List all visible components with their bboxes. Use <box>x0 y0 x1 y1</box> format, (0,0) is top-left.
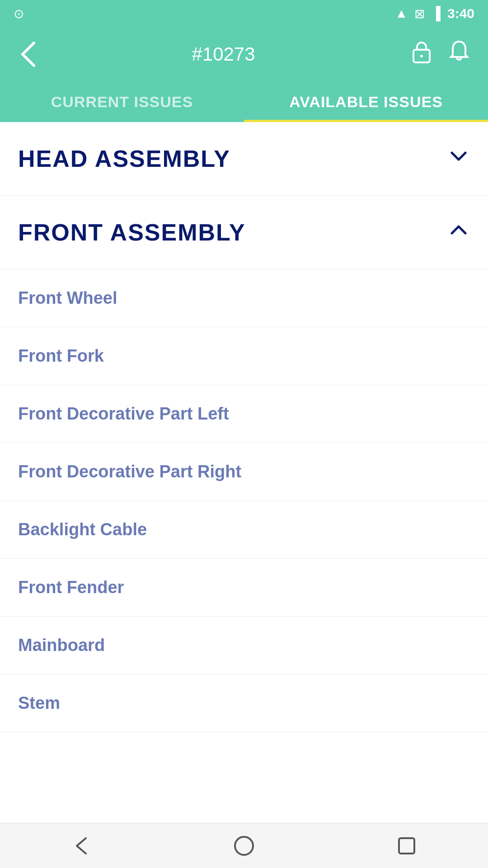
bottom-nav <box>0 823 488 868</box>
list-item[interactable]: Front Wheel <box>0 269 488 327</box>
list-item[interactable]: Front Decorative Part Right <box>0 443 488 501</box>
front-assembly-section[interactable]: FRONT ASSEMBLY <box>0 196 488 269</box>
nav-home-button[interactable] <box>226 828 262 864</box>
svg-rect-3 <box>399 838 414 854</box>
wifi-icon: ▲ <box>395 6 408 21</box>
list-item[interactable]: Mainboard <box>0 617 488 675</box>
battery-icon: ▐ <box>432 6 441 21</box>
tab-current-issues[interactable]: CURRENT ISSUES <box>0 81 244 122</box>
back-button[interactable] <box>18 41 36 68</box>
svg-point-2 <box>235 837 253 855</box>
nav-back-button[interactable] <box>63 828 99 864</box>
top-bar-actions <box>411 40 470 69</box>
head-assembly-chevron <box>447 145 470 173</box>
list-item[interactable]: Stem <box>0 675 488 732</box>
status-bar-left: ⊙ <box>14 6 24 21</box>
content-area: HEAD ASSEMBLY FRONT ASSEMBLY Front Wheel… <box>0 122 488 732</box>
status-bar: ⊙ ▲ ⊠ ▐ 3:40 <box>0 0 488 27</box>
signal-icon: ⊙ <box>14 6 24 21</box>
list-item[interactable]: Front Fork <box>0 327 488 385</box>
head-assembly-title: HEAD ASSEMBLY <box>18 145 230 172</box>
status-time: 3:40 <box>447 6 474 21</box>
status-bar-right: ▲ ⊠ ▐ 3:40 <box>395 6 474 21</box>
front-assembly-title: FRONT ASSEMBLY <box>18 219 246 246</box>
list-item[interactable]: Backlight Cable <box>0 501 488 559</box>
list-item[interactable]: Front Decorative Part Left <box>0 385 488 443</box>
bell-icon[interactable] <box>448 40 470 69</box>
svg-point-1 <box>420 55 423 57</box>
sim-icon: ⊠ <box>414 6 425 21</box>
head-assembly-section[interactable]: HEAD ASSEMBLY <box>0 122 488 196</box>
front-assembly-chevron <box>447 218 470 246</box>
list-item[interactable]: Front Fender <box>0 559 488 617</box>
nav-recents-button[interactable] <box>389 828 425 864</box>
tab-bar: CURRENT ISSUES AVAILABLE ISSUES <box>0 81 488 122</box>
top-bar: #10273 <box>0 27 488 81</box>
tab-available-issues[interactable]: AVAILABLE ISSUES <box>244 81 488 122</box>
page-title: #10273 <box>192 43 255 65</box>
lock-icon[interactable] <box>411 40 432 69</box>
